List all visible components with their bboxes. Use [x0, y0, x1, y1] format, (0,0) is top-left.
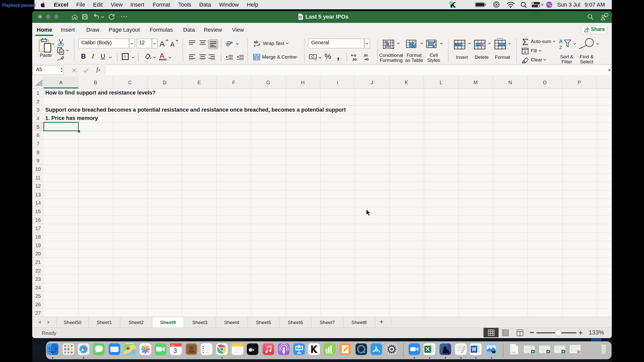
svg-text:.00: .00 — [352, 58, 356, 61]
svg-text:A: A — [170, 41, 175, 48]
svg-text:JUL: JUL — [171, 344, 175, 347]
svg-text:A: A — [159, 40, 165, 48]
svg-text:TXT: TXT — [511, 351, 516, 354]
svg-text:0: 0 — [367, 58, 369, 61]
svg-text:Z: Z — [559, 45, 562, 50]
svg-text:0: 0 — [354, 54, 356, 57]
svg-text:.00: .00 — [363, 54, 368, 57]
svg-text:c: c — [254, 43, 256, 47]
svg-text:3: 3 — [173, 347, 177, 354]
svg-text:A: A — [559, 39, 562, 44]
